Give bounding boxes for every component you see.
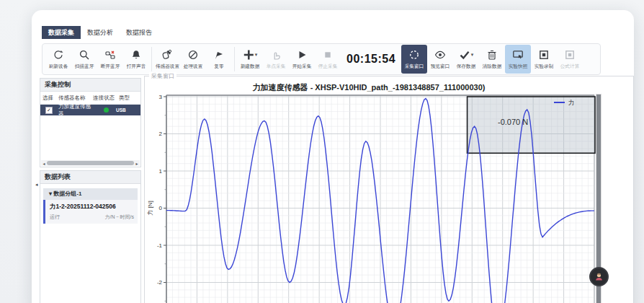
toolbar-button-zero-flag[interactable]: 复零 <box>206 45 232 74</box>
sensor-settings-icon <box>161 49 173 61</box>
col-sensor-name: 传感器名称 <box>58 95 93 102</box>
formula-icon <box>564 49 576 61</box>
legend-label: 力 <box>568 99 575 106</box>
check-icon <box>459 49 470 61</box>
sensor-checkbox[interactable]: ✓ <box>45 107 53 114</box>
status-dot <box>96 107 116 113</box>
col-type: 类型 <box>119 95 133 102</box>
collect-control-panel: 采集控制 选择 传感器名称 连接状态 类型 ✓ 力加速度传感器 USB ◂ ▸ <box>40 78 141 167</box>
toolbar-button-formula: 公式计算 <box>557 45 583 74</box>
user-avatar-icon <box>594 272 604 281</box>
plus-icon <box>243 49 254 61</box>
toolbar-button-label: 刷新设备 <box>49 63 68 70</box>
data-item-name: 力1-2-20251112-042506 <box>50 203 134 211</box>
toolbar-button-label: 单点采集 <box>267 63 286 70</box>
bell-icon <box>130 49 142 61</box>
toolbar-button-label: 开始采集 <box>292 63 312 70</box>
col-select: 选择 <box>43 95 58 102</box>
tab-2[interactable]: 数据分析 <box>81 26 120 39</box>
waveform-plot[interactable]: 3210-1-2力 [N]-0.070 N力 <box>145 76 634 303</box>
toolbar-button-label: 复零 <box>214 63 223 70</box>
horizontal-scrollbar[interactable]: ◂ ▸ <box>41 160 140 166</box>
toolbar-button-eye[interactable]: 预览窗口 <box>427 45 453 74</box>
toolbar-button-label: 打开声音 <box>127 63 146 70</box>
toolbar-button-search[interactable]: 扫描蓝牙 <box>71 45 97 74</box>
toolbar-button-bell[interactable]: 打开声音 <box>123 45 149 74</box>
avatar-floating-button[interactable] <box>589 267 609 286</box>
toolbar-button-check[interactable]: ▾保存数据 <box>453 45 479 74</box>
zero-flag-icon <box>213 49 225 61</box>
toolbar-button-label: 新建数据 <box>241 63 260 70</box>
toolbar-button-label: 处理设置 <box>184 63 203 70</box>
toolbar-button-trash[interactable]: 清除数据 <box>479 45 505 74</box>
bluetooth-disconnect-icon <box>104 49 116 61</box>
eye-icon <box>434 49 446 61</box>
snapshot-icon <box>512 49 524 61</box>
toolbar-button-label: 保存数据 <box>457 63 476 70</box>
toolbar-button-label: 清除数据 <box>483 63 502 70</box>
data-item-status: 运行 <box>50 214 60 221</box>
record-icon <box>538 49 550 61</box>
data-list-panel: 数据列表 ▾ 数据分组-1 力1-2-20251112-042506 运行力/N… <box>40 170 141 303</box>
toolbar-button-label: 断开蓝牙 <box>101 63 120 70</box>
hand-point-icon <box>270 49 282 61</box>
compass-icon <box>187 49 199 61</box>
toolbar-button-snapshot[interactable]: 实验快照 <box>505 45 531 74</box>
trash-icon <box>486 49 498 61</box>
sensor-table-row[interactable]: ✓ 力加速度传感器 USB <box>40 105 140 115</box>
sensor-name: 力加速度传感器 <box>58 103 96 118</box>
play-icon <box>296 49 308 61</box>
toolbar-button-refresh[interactable]: 刷新设备 <box>45 45 71 74</box>
toolbar-button-hand-point: 单点采集 <box>263 45 289 74</box>
chevron-down-icon[interactable]: ▾ <box>471 52 474 58</box>
toolbar-button-label: 公式计算 <box>560 63 580 70</box>
chevron-down-icon[interactable]: ▾ <box>255 52 258 58</box>
search-icon <box>79 49 90 61</box>
toolbar-divider <box>151 47 152 71</box>
chart-panel: 采集窗口 力加速度传感器 - XHSP-V10HID_path_-1981348… <box>144 76 634 303</box>
data-list-title: 数据列表 <box>40 171 140 184</box>
toolbar-button-label: 实验录制 <box>535 63 554 70</box>
toolbar-button-bluetooth-disconnect[interactable]: 断开蓝牙 <box>97 45 123 74</box>
scrollbar-thumb[interactable] <box>47 161 134 165</box>
svg-text:0: 0 <box>159 205 163 211</box>
toolbar-button-plus[interactable]: ▾新建数据 <box>237 45 263 74</box>
tab-1[interactable]: 数据采集 <box>42 26 81 39</box>
toolbar-button-dashed-circle[interactable]: 采集窗口 <box>401 45 427 74</box>
toolbar-divider <box>234 47 235 71</box>
svg-text:2: 2 <box>159 131 163 137</box>
dashed-circle-icon <box>408 49 420 61</box>
data-group-label: 数据分组-1 <box>53 190 81 197</box>
svg-text:1: 1 <box>159 168 163 175</box>
svg-text:-2: -2 <box>157 279 163 286</box>
y-axis: 3210-1-2力 [N] <box>147 94 166 302</box>
toolbar: 刷新设备扫描蓝牙断开蓝牙打开声音传感器设置处理设置复零▾新建数据单点采集开始采集… <box>42 43 601 75</box>
svg-text:-1: -1 <box>157 242 163 249</box>
collection-timer: 00:15:54 <box>341 53 401 66</box>
toolbar-button-record[interactable]: 实验录制 <box>531 45 557 74</box>
tab-3[interactable]: 数据报告 <box>120 26 158 39</box>
selection-region[interactable] <box>468 97 595 153</box>
toolbar-button-label: 预览窗口 <box>431 63 450 70</box>
toolbar-button-compass[interactable]: 处理设置 <box>180 45 206 74</box>
stop-icon <box>322 49 334 61</box>
sidebar-collapse-icon[interactable]: ◂ <box>35 182 38 188</box>
toolbar-button-label: 扫描蓝牙 <box>75 63 94 70</box>
data-item-axes: 力/N－时间/s <box>105 214 134 221</box>
toolbar-button-label: 实验快照 <box>509 63 528 70</box>
toolbar-button-label: 采集窗口 <box>405 63 424 70</box>
data-list-items: 力1-2-20251112-042506 运行力/N－时间/s <box>40 200 140 224</box>
screen: 数据采集数据分析数据报告 刷新设备扫描蓝牙断开蓝牙打开声音传感器设置处理设置复零… <box>0 0 644 303</box>
annotation-value: -0.070 N <box>498 118 528 126</box>
data-group-row[interactable]: ▾ 数据分组-1 <box>43 188 138 200</box>
toolbar-button-label: 传感器设置 <box>155 63 179 70</box>
toolbar-button-play[interactable]: 开始采集 <box>289 45 315 74</box>
sensor-type: USB <box>116 107 126 113</box>
tab-bar: 数据采集数据分析数据报告 <box>42 26 158 39</box>
svg-text:3: 3 <box>159 94 163 100</box>
toolbar-button-sensor-settings[interactable]: 传感器设置 <box>154 45 180 74</box>
data-list-item[interactable]: 力1-2-20251112-042506 运行力/N－时间/s <box>43 200 138 224</box>
scroll-right-icon[interactable]: ▸ <box>134 161 140 166</box>
collect-control-title: 采集控制 <box>40 79 140 92</box>
scroll-left-icon[interactable]: ◂ <box>41 161 47 166</box>
